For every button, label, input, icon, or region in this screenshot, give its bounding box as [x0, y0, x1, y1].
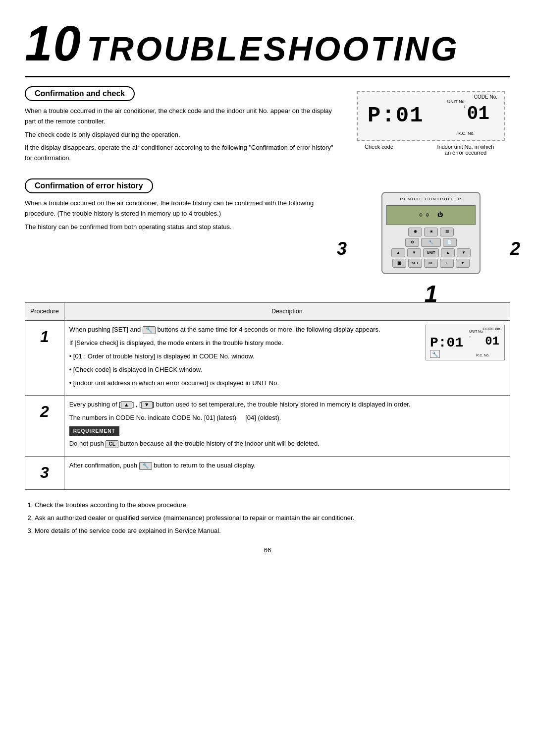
- unit-no-label: UNIT No.↕: [447, 99, 466, 109]
- down-btn-inline: ▼: [141, 401, 153, 409]
- remote-btn-f[interactable]: F: [440, 259, 454, 268]
- desc1-line1: When pushing [SET] and 🔧 buttons at the …: [69, 325, 421, 335]
- chapter-number: 10: [25, 15, 82, 72]
- remote-btn-doc[interactable]: 📄: [443, 238, 457, 247]
- rc-no-label: R.C. No.: [457, 131, 475, 136]
- procedure-table: Procedure Description 1 When pushing [SE…: [25, 302, 510, 490]
- remote-btn-cl[interactable]: CL: [424, 259, 438, 268]
- bottom-note-3: More details of the service code are exp…: [35, 525, 510, 536]
- table-header-description: Description: [64, 302, 510, 320]
- small-display-unit: 01: [485, 332, 499, 350]
- table-header-procedure: Procedure: [25, 302, 64, 320]
- small-display-1: P:01 01 CODE No. UNIT No.↕ R.C. No. 🔧: [426, 325, 505, 360]
- code-no-label: CODE No.: [474, 94, 497, 100]
- small-rc-no: R.C. No.: [476, 353, 489, 358]
- remote-btn-unit[interactable]: UNIT: [423, 248, 439, 257]
- desc2-line2: The numbers in CODE No. indicate CODE No…: [69, 413, 505, 423]
- desc-inner-1: When pushing [SET] and 🔧 buttons at the …: [69, 325, 505, 391]
- remote-mid-buttons: ⊙ 🔧 📄: [386, 238, 476, 247]
- step-label-1: 1: [425, 280, 438, 307]
- section1-text: Confirmation and check When a trouble oc…: [25, 86, 337, 167]
- desc-text-1: When pushing [SET] and 🔧 buttons at the …: [69, 325, 421, 391]
- remote-btn-set[interactable]: SET: [408, 259, 422, 268]
- desc1-line2: If [Service check] is displayed, the mod…: [69, 338, 421, 349]
- remote-btn-arrow-down[interactable]: ▼: [407, 248, 421, 257]
- remote-btn-menu[interactable]: ☰: [440, 228, 454, 236]
- desc1-line4: • [Check code] is displayed in CHECK win…: [69, 365, 421, 375]
- page-title: 10 TROUBLESHOOTING: [25, 15, 510, 72]
- bottom-note-1: Check the troubles according to the abov…: [35, 500, 510, 511]
- proc-num-3: 3: [30, 461, 59, 485]
- remote-controller-illustration: REMOTE CONTROLLER ⊙ ⊙ ⏻ ❄ ☀ ☰ ⊙ 🔧 📄 ▲ ▼ …: [381, 192, 481, 274]
- display-p01: P:01: [368, 103, 424, 128]
- remote-btn-up2[interactable]: ▲: [441, 248, 455, 257]
- remote-btn-snowflake[interactable]: ❄: [408, 228, 422, 236]
- section-confirmation-check: Confirmation and check When a trouble oc…: [25, 86, 510, 167]
- remote-btn-down3[interactable]: ▼: [456, 259, 470, 268]
- remote-btn-grid[interactable]: ▦: [392, 259, 406, 268]
- desc2-line1: Every pushing of [▲] , [▼] button used t…: [69, 400, 505, 410]
- display-captions: Check code Indoor unit No. in whichan er…: [357, 144, 505, 156]
- section1-display-area: P:01 01 CODE No. UNIT No.↕ R.C. No. Chec…: [352, 86, 510, 167]
- requirement-section: REQUIREMENT Do not push CL button becaus…: [69, 426, 505, 449]
- desc1-line5: • [Indoor unit address in which an error…: [69, 378, 421, 389]
- desc1-line3: • [01 : Order of trouble history] is dis…: [69, 351, 421, 362]
- remote-controller-area: 3 REMOTE CONTROLLER ⊙ ⊙ ⏻ ❄ ☀ ☰ ⊙ 🔧 📄 ▲ …: [352, 178, 510, 288]
- proc-num-1: 1: [30, 325, 59, 349]
- wrench-btn-inline: 🔧: [143, 326, 156, 334]
- bottom-notes-list: Check the troubles according to the abov…: [25, 500, 510, 536]
- title-divider: [25, 76, 510, 77]
- table-proc-1: 1: [25, 321, 64, 396]
- proc-num-2: 2: [30, 400, 59, 424]
- page-number: 66: [25, 546, 510, 554]
- table-desc-2: Every pushing of [▲] , [▼] button used t…: [64, 396, 510, 457]
- section2-heading: Confirmation of error history: [25, 178, 153, 193]
- check-code-display: P:01 01 CODE No. UNIT No.↕ R.C. No.: [357, 91, 505, 141]
- step-label-3: 3: [337, 238, 347, 259]
- chapter-title: TROUBLESHOOTING: [87, 29, 459, 68]
- table-row: 1 When pushing [SET] and 🔧 buttons at th…: [25, 321, 510, 396]
- display-unit-num: 01: [467, 103, 489, 124]
- caption-check-code: Check code: [357, 144, 401, 156]
- section2-para1: When a trouble occurred on the air condi…: [25, 198, 337, 219]
- table-proc-2: 2: [25, 396, 64, 457]
- section1-para2: The check code is only displayed during …: [25, 130, 337, 140]
- cl-btn-inline: CL: [106, 440, 118, 448]
- table-desc-1: When pushing [SET] and 🔧 buttons at the …: [64, 321, 510, 396]
- small-wrench-area: 🔧: [430, 350, 440, 358]
- section2-para2: The history can be confirmed from both o…: [25, 222, 337, 233]
- remote-btn-arrow-up[interactable]: ▲: [391, 248, 405, 257]
- remote-nav-buttons: ▲ ▼ UNIT ▲ ▼: [386, 248, 476, 257]
- section1-heading: Confirmation and check: [25, 86, 135, 101]
- small-unit-no: UNIT No.↕: [469, 329, 483, 340]
- section1-para3: If the display disappears, operate the a…: [25, 143, 337, 164]
- requirement-text: Do not push CL button because all the tr…: [69, 439, 505, 449]
- table-proc-3: 3: [25, 457, 64, 490]
- step-label-2: 2: [510, 238, 520, 259]
- remote-display: ⊙ ⊙ ⏻: [386, 205, 476, 225]
- desc3-line1: After confirmation, push 🔧 button to ret…: [69, 461, 505, 471]
- section-error-history: Confirmation of error history When a tro…: [25, 178, 510, 288]
- section2-text: Confirmation of error history When a tro…: [25, 178, 337, 235]
- wrench-btn-inline2: 🔧: [139, 462, 152, 470]
- remote-bottom-buttons: ▦ SET CL F ▼: [386, 259, 476, 268]
- table-row: 2 Every pushing of [▲] , [▼] button used…: [25, 396, 510, 457]
- table-row: 3 After confirmation, push 🔧 button to r…: [25, 457, 510, 490]
- remote-title: REMOTE CONTROLLER: [386, 197, 476, 203]
- small-code-no: CODE No.: [482, 326, 501, 332]
- caption-unit-no: Indoor unit No. in whichan error occurre…: [426, 144, 505, 156]
- up-btn-inline: ▲: [121, 401, 132, 409]
- bottom-note-2: Ask an authorized dealer or qualified se…: [35, 513, 510, 523]
- section1-para1: When a trouble occurred in the air condi…: [25, 106, 337, 127]
- remote-btn-circle[interactable]: ⊙: [405, 238, 419, 247]
- remote-top-buttons: ❄ ☀ ☰: [386, 228, 476, 236]
- remote-btn-down2[interactable]: ▼: [457, 248, 471, 257]
- table-desc-3: After confirmation, push 🔧 button to ret…: [64, 457, 510, 490]
- remote-btn-wrench[interactable]: 🔧: [421, 238, 441, 247]
- requirement-badge: REQUIREMENT: [69, 426, 119, 436]
- remote-btn-sun[interactable]: ☀: [424, 228, 438, 236]
